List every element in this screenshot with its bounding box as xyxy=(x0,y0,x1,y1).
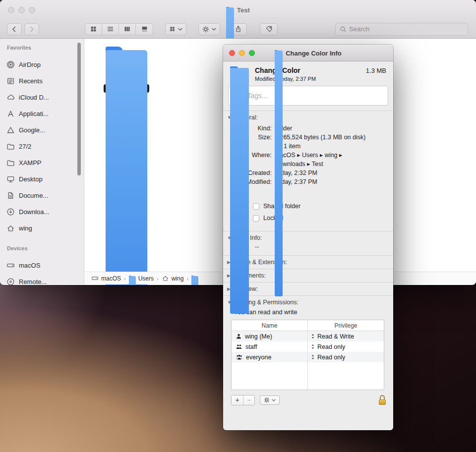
lock-icon[interactable] xyxy=(378,395,386,405)
icon-view-button[interactable] xyxy=(85,24,102,35)
info-panel: Change Color Info Change Color 1.3 MB Mo… xyxy=(223,45,393,430)
chevron-right-icon xyxy=(28,26,35,33)
privilege-value: Read & Write xyxy=(317,333,354,340)
airdrop-icon xyxy=(6,60,15,69)
finder-toolbar xyxy=(0,20,476,38)
path-item-wing[interactable]: wing xyxy=(162,275,184,282)
sidebar-item-macos[interactable]: macOS xyxy=(0,257,84,274)
folder-icon xyxy=(129,276,136,281)
path-separator: › xyxy=(186,276,188,282)
gallery-view-icon xyxy=(141,25,148,33)
folder-icon xyxy=(6,159,15,167)
sidebar-item-desktop[interactable]: Desktop xyxy=(0,171,84,187)
path-item-label: wing xyxy=(172,275,184,282)
group-button[interactable] xyxy=(165,23,186,35)
disc-icon xyxy=(6,278,15,285)
item-name: Change Color xyxy=(255,66,366,74)
sidebar-scrollbar[interactable] xyxy=(77,43,81,175)
chevron-left-icon xyxy=(11,26,18,33)
tag-icon xyxy=(265,25,273,33)
sidebar-item-recents[interactable]: Recents xyxy=(0,73,84,89)
table-row[interactable]: staff Read only xyxy=(232,341,384,352)
permission-user: everyone xyxy=(246,354,271,361)
shared-folder-checkbox[interactable] xyxy=(253,203,259,210)
sidebar-item-label: Applicati... xyxy=(19,110,49,117)
sidebar-item-label: XAMPP xyxy=(19,159,42,167)
table-row[interactable]: wing (Me) Read & Write xyxy=(232,331,384,341)
tag-button[interactable] xyxy=(260,23,278,35)
documents-icon xyxy=(6,191,15,200)
sidebar-item-icloud[interactable]: iCloud D... xyxy=(0,89,84,106)
sidebar-devices-header: Devices xyxy=(0,245,84,257)
tags-input[interactable] xyxy=(233,92,383,100)
finder-sidebar: Favorites AirDrop Recents iCloud D... Ap… xyxy=(0,39,84,284)
chevron-down-icon xyxy=(272,399,276,401)
sidebar-item-label: Google... xyxy=(19,126,45,134)
search-input[interactable] xyxy=(349,25,464,33)
privilege-value: Read only xyxy=(317,343,345,350)
file-item-change-color[interactable]: Change Color xyxy=(105,47,148,93)
sidebar-item-applications[interactable]: Applicati... xyxy=(0,106,84,122)
path-separator: › xyxy=(124,276,126,282)
everyone-icon xyxy=(236,354,243,360)
folder-icon xyxy=(6,142,15,151)
folder-icon xyxy=(226,7,234,13)
updown-arrows-icon xyxy=(311,333,315,339)
permissions-table: Name Privilege wing (Me) Read & Write st… xyxy=(231,320,384,390)
path-separator: › xyxy=(157,276,159,282)
remove-user-button[interactable]: − xyxy=(243,396,254,405)
path-item-label: macOS xyxy=(101,275,121,282)
privilege-popup[interactable]: Read & Write xyxy=(308,331,384,341)
forward-button[interactable] xyxy=(24,23,39,35)
tags-field[interactable] xyxy=(228,86,388,106)
search-field[interactable] xyxy=(335,23,468,36)
path-item-label: Users xyxy=(138,275,154,282)
info-header: Change Color 1.3 MB Modified: Today, 2:3… xyxy=(223,61,393,84)
path-item-macos[interactable]: macOS xyxy=(91,275,121,282)
gallery-view-button[interactable] xyxy=(136,24,153,35)
sidebar-item-label: Remote... xyxy=(19,278,47,285)
cloud-icon xyxy=(6,93,15,102)
back-button[interactable] xyxy=(7,23,22,35)
info-title: Change Color Info xyxy=(223,45,393,61)
column-header-privilege: Privilege xyxy=(308,320,384,331)
add-user-button[interactable]: + xyxy=(232,396,243,405)
updown-arrows-icon xyxy=(311,343,315,350)
column-view-button[interactable] xyxy=(119,24,136,35)
sidebar-item-downloads[interactable]: Downloa... xyxy=(0,204,84,220)
folder-icon xyxy=(275,50,283,56)
sidebar-item-home[interactable]: wing xyxy=(0,220,84,236)
list-view-button[interactable] xyxy=(102,24,119,35)
view-switcher xyxy=(85,23,153,35)
table-row[interactable]: everyone Read only xyxy=(232,352,384,362)
grid-view-icon xyxy=(90,25,97,33)
locked-checkbox[interactable] xyxy=(253,215,259,222)
folder-icon xyxy=(106,47,147,77)
table-empty-area xyxy=(232,362,384,390)
chevron-down-icon xyxy=(178,28,182,31)
shared-folder-row: Shared folder xyxy=(253,200,387,212)
sidebar-item-272[interactable]: 27/2 xyxy=(0,138,84,155)
group-icon xyxy=(169,26,176,32)
google-drive-icon xyxy=(6,126,15,134)
privilege-popup[interactable]: Read only xyxy=(308,341,384,352)
home-icon xyxy=(6,224,15,232)
sidebar-item-remote[interactable]: Remote... xyxy=(0,274,84,285)
info-title-text: Change Color Info xyxy=(286,50,342,57)
column-header-name: Name xyxy=(232,320,308,331)
path-item-users[interactable]: Users xyxy=(129,275,154,282)
sidebar-item-label: Desktop xyxy=(19,175,43,183)
sidebar-item-label: iCloud D... xyxy=(19,94,49,101)
sidebar-item-airdrop[interactable]: AirDrop xyxy=(0,56,84,73)
sidebar-item-label: Docume... xyxy=(19,192,48,199)
permissions-action-button[interactable] xyxy=(260,396,280,405)
sidebar-item-documents[interactable]: Docume... xyxy=(0,187,84,204)
user-icon xyxy=(236,333,242,339)
action-button[interactable] xyxy=(198,23,220,35)
sidebar-item-xampp[interactable]: XAMPP xyxy=(0,155,84,171)
path-item-downloads[interactable] xyxy=(191,276,201,281)
sidebar-item-google-drive[interactable]: Google... xyxy=(0,122,84,138)
privilege-popup[interactable]: Read only xyxy=(308,352,384,362)
share-icon xyxy=(235,25,242,33)
sidebar-item-label: wing xyxy=(19,225,32,232)
